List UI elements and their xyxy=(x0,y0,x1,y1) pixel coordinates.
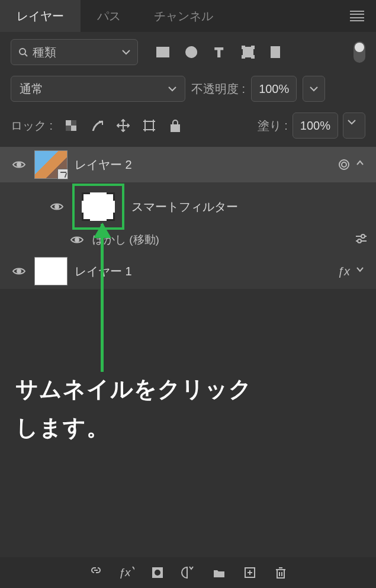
svg-point-31 xyxy=(361,234,365,238)
collapse-chevron-icon[interactable] xyxy=(356,159,368,171)
fill-chevron[interactable] xyxy=(343,113,365,139)
layer-name[interactable]: レイヤー 1 xyxy=(75,264,330,279)
svg-line-1 xyxy=(25,54,27,56)
chevron-down-icon xyxy=(168,86,176,92)
adjustment-layer-icon[interactable] xyxy=(181,565,196,580)
svg-point-36 xyxy=(155,570,160,576)
tab-paths[interactable]: パス xyxy=(81,0,137,32)
svg-rect-15 xyxy=(66,126,71,131)
lock-all-icon[interactable] xyxy=(168,118,183,133)
layer-row-layer1[interactable]: レイヤー 1 ƒx xyxy=(0,253,376,289)
smartobject-badge-icon xyxy=(57,169,68,179)
annotation-text: サムネイルをクリック します。 xyxy=(15,370,252,446)
layer-mask-icon[interactable] xyxy=(150,565,165,580)
filter-effect-row[interactable]: ぼかし (移動) xyxy=(0,231,376,253)
svg-text:T: T xyxy=(215,45,223,59)
annotation-arrow-line xyxy=(101,224,104,372)
search-icon xyxy=(18,47,28,57)
lock-label: ロック : xyxy=(11,118,53,134)
fill-value[interactable]: 100% xyxy=(293,113,338,139)
svg-rect-8 xyxy=(252,46,254,49)
filter-smartobject-icon[interactable] xyxy=(268,44,285,60)
opacity-value[interactable]: 100% xyxy=(251,76,297,102)
svg-rect-18 xyxy=(145,121,153,130)
svg-point-26 xyxy=(342,162,346,167)
svg-rect-41 xyxy=(277,570,284,578)
layers-list: レイヤー 2 スマートフィルター ぼかし (移動) レイヤー 1 ƒx xyxy=(0,147,376,289)
blend-options-icon[interactable] xyxy=(355,233,368,246)
delete-layer-icon[interactable] xyxy=(273,565,288,580)
visibility-toggle[interactable] xyxy=(11,266,27,276)
filter-toggle[interactable] xyxy=(353,41,365,63)
new-layer-icon[interactable] xyxy=(242,565,258,580)
expand-chevron-icon[interactable] xyxy=(356,265,368,277)
layer-thumbnail[interactable] xyxy=(34,257,68,285)
filter-shape-icon[interactable] xyxy=(240,44,256,60)
annotation-line2: します。 xyxy=(15,409,252,447)
visibility-toggle[interactable] xyxy=(49,202,65,211)
filter-type-icon[interactable]: T xyxy=(211,44,228,60)
layer-style-icon[interactable]: ƒx xyxy=(119,565,134,580)
fx-label[interactable]: ƒx xyxy=(338,265,350,278)
svg-point-0 xyxy=(20,49,25,54)
lock-position-icon[interactable] xyxy=(115,118,131,133)
svg-rect-14 xyxy=(71,120,76,126)
filter-icons: T xyxy=(155,44,285,60)
svg-point-32 xyxy=(358,239,361,243)
layer-filter-select[interactable]: 種類 xyxy=(11,39,138,65)
panel-menu-icon[interactable] xyxy=(350,11,364,21)
svg-point-25 xyxy=(339,160,349,169)
layer-thumbnail[interactable] xyxy=(34,150,68,179)
filter-adjustment-icon[interactable] xyxy=(183,44,200,60)
blend-mode-select[interactable]: 通常 xyxy=(11,76,185,102)
tab-channels[interactable]: チャンネル xyxy=(137,0,230,32)
filter-mask-thumbnail[interactable] xyxy=(82,192,115,221)
lock-artboard-icon[interactable] xyxy=(142,118,157,133)
filter-pixel-icon[interactable] xyxy=(155,44,171,60)
layer-row-layer2[interactable]: レイヤー 2 xyxy=(0,147,376,182)
fill-label: 塗り : xyxy=(258,118,288,134)
filter-type-label: 種類 xyxy=(33,44,117,60)
svg-rect-7 xyxy=(242,46,245,49)
svg-rect-9 xyxy=(242,56,245,58)
svg-rect-13 xyxy=(71,126,76,131)
lock-pixels-icon[interactable] xyxy=(89,118,105,133)
blend-row: 通常 不透明度 : 100% xyxy=(0,72,376,108)
opacity-chevron[interactable] xyxy=(303,76,325,102)
svg-point-27 xyxy=(55,205,59,208)
filter-row: 種類 T xyxy=(0,32,376,72)
smart-filter-label: スマートフィルター xyxy=(131,199,368,215)
filter-name[interactable]: ぼかし (移動) xyxy=(92,232,348,248)
smartfilter-circle-icon[interactable] xyxy=(338,159,350,171)
link-layers-icon[interactable] xyxy=(88,565,104,580)
svg-point-3 xyxy=(165,49,167,51)
tab-layers[interactable]: レイヤー xyxy=(0,0,81,32)
chevron-down-icon xyxy=(122,49,130,55)
visibility-toggle[interactable] xyxy=(69,235,85,245)
layer-name[interactable]: レイヤー 2 xyxy=(75,157,331,173)
panel-tabs: レイヤー パス チャンネル xyxy=(0,0,376,32)
annotation-line1: サムネイルをクリック xyxy=(15,370,252,409)
smart-filter-row: スマートフィルター xyxy=(0,182,376,231)
blend-mode-value: 通常 xyxy=(20,81,43,97)
lock-row: ロック : 塗り : 100% xyxy=(0,108,376,147)
svg-rect-10 xyxy=(252,56,254,58)
opacity-label: 不透明度 : xyxy=(191,81,245,97)
svg-rect-12 xyxy=(66,120,71,126)
svg-rect-23 xyxy=(171,125,179,131)
group-icon[interactable] xyxy=(211,565,227,580)
bottom-toolbar: ƒx xyxy=(0,557,376,588)
svg-point-28 xyxy=(75,238,79,242)
lock-transparency-icon[interactable] xyxy=(63,118,79,133)
svg-point-24 xyxy=(17,163,21,166)
visibility-toggle[interactable] xyxy=(11,160,27,169)
svg-point-33 xyxy=(17,269,21,273)
